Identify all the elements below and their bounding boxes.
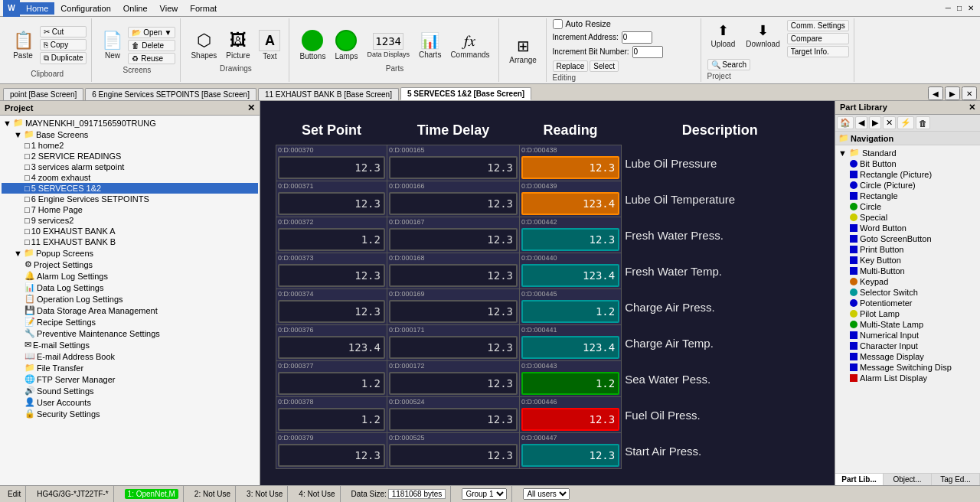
- lib-item-2[interactable]: Circle (Picture): [837, 180, 978, 191]
- tree-email-address[interactable]: 📖 E-mail Address Book: [2, 350, 258, 362]
- picture-button[interactable]: 🖼 Picture: [222, 28, 253, 62]
- left-panel-close[interactable]: ✕: [247, 103, 255, 113]
- set-point-cell-0[interactable]: 0:D:000370 12.3: [276, 145, 387, 181]
- reuse-button[interactable]: ♻ Reuse: [128, 53, 175, 64]
- tree-item-exhaust-a[interactable]: □ 10 EXHAUST BANK A: [2, 226, 258, 236]
- tree-user-accounts[interactable]: 👤 User Accounts: [2, 396, 258, 408]
- download-button[interactable]: ⬇ Download: [742, 20, 783, 57]
- time-delay-cell-3[interactable]: 0:D:000168 12.3: [387, 253, 519, 289]
- tab-object[interactable]: Object...: [884, 474, 932, 485]
- time-delay-cell-5[interactable]: 0:D:000171 12.3: [387, 325, 519, 361]
- data-displays-button[interactable]: 1234 Data Displays: [363, 31, 413, 60]
- tree-recipe-settings[interactable]: 📝 Recipe Settings: [2, 316, 258, 328]
- tree-operation-log[interactable]: 📋 Operation Log Settings: [2, 293, 258, 305]
- reading-cell-6[interactable]: 0:D:000443 1.2: [520, 361, 622, 397]
- time-delay-cell-6[interactable]: 0:D:000172 12.3: [387, 361, 519, 397]
- reading-cell-8[interactable]: 0:D:000447 12.3: [520, 433, 622, 469]
- lamps-button[interactable]: Lamps: [331, 28, 361, 63]
- compare-button[interactable]: Compare: [787, 33, 849, 44]
- tree-email-settings[interactable]: ✉ E-mail Settings: [2, 339, 258, 350]
- tab-part-lib[interactable]: Part Lib...: [835, 474, 884, 485]
- lib-folder-standard[interactable]: ▼ 📁 Standard: [837, 147, 978, 158]
- tab-tag-ed[interactable]: Tag Ed...: [932, 474, 980, 485]
- delete-button[interactable]: 🗑 Delete: [128, 40, 175, 51]
- reading-cell-0[interactable]: 0:D:000438 12.3: [520, 145, 622, 181]
- window-maximize[interactable]: □: [954, 2, 965, 14]
- lib-item-3[interactable]: Rectangle: [837, 191, 978, 201]
- tab-0[interactable]: point [Base Screen]: [3, 88, 83, 100]
- tree-item-serveces[interactable]: □ 5 SERVECES 1&2: [2, 183, 258, 194]
- lib-item-17[interactable]: Character Input: [837, 341, 978, 351]
- auto-resize-checkbox[interactable]: [553, 19, 563, 29]
- lib-item-0[interactable]: Bit Button: [837, 158, 978, 169]
- lib-item-7[interactable]: Goto ScreenButton: [837, 233, 978, 244]
- tab-3[interactable]: 5 SERVECES 1&2 [Base Screen]: [400, 87, 531, 100]
- tree-preventive[interactable]: 🔧 Preventive Maintenance Settings: [2, 328, 258, 339]
- buttons-button[interactable]: Buttons: [296, 28, 329, 63]
- tab-prev-button[interactable]: ◀: [928, 86, 943, 100]
- lib-item-15[interactable]: Multi-State Lamp: [837, 319, 978, 330]
- lib-home-button[interactable]: 🏠: [837, 116, 854, 129]
- tree-item-services2[interactable]: □ 9 services2: [2, 215, 258, 226]
- text-button[interactable]: A Text: [255, 28, 284, 63]
- comm-settings-button[interactable]: Comm. Settings: [787, 20, 849, 31]
- lib-item-10[interactable]: Multi-Button: [837, 266, 978, 276]
- tree-popup-screens[interactable]: ▼ 📁 Popup Screens: [2, 247, 258, 259]
- lib-item-16[interactable]: Numerical Input: [837, 330, 978, 341]
- shapes-button[interactable]: ⬡ Shapes: [187, 28, 220, 62]
- menu-view[interactable]: View: [154, 2, 185, 15]
- set-point-cell-6[interactable]: 0:D:000377 1.2: [276, 361, 387, 397]
- tab-1[interactable]: 6 Engine Services SETPOINTS [Base Screen…: [85, 88, 256, 100]
- set-point-cell-4[interactable]: 0:D:000374 12.3: [276, 289, 387, 325]
- cut-button[interactable]: ✂ Cut: [40, 26, 87, 37]
- lib-delete-button[interactable]: 🗑: [916, 116, 930, 129]
- lib-item-20[interactable]: Alarm List Display: [837, 373, 978, 383]
- lib-item-6[interactable]: Word Button: [837, 223, 978, 233]
- menu-configuration[interactable]: Configuration: [54, 2, 116, 15]
- lib-item-5[interactable]: Special: [837, 212, 978, 223]
- time-delay-cell-2[interactable]: 0:D:000167 12.3: [387, 217, 519, 253]
- tree-file-transfer[interactable]: 📁 File Transfer: [2, 362, 258, 373]
- target-info-button[interactable]: Target Info.: [787, 46, 849, 57]
- set-point-cell-3[interactable]: 0:D:000373 12.3: [276, 253, 387, 289]
- lib-item-18[interactable]: Message Display: [837, 351, 978, 362]
- reading-cell-2[interactable]: 0:D:000442 12.3: [520, 217, 622, 253]
- reading-cell-7[interactable]: 0:D:000446 12.3: [520, 397, 622, 433]
- tab-2[interactable]: 11 EXHAUST BANK B [Base Screen]: [258, 88, 399, 100]
- time-delay-cell-4[interactable]: 0:D:000169 12.3: [387, 289, 519, 325]
- time-delay-cell-8[interactable]: 0:D:000525 12.3: [387, 433, 519, 469]
- tree-item-zoom-exhaust[interactable]: □ 4 zoom exhaust: [2, 172, 258, 183]
- set-point-cell-2[interactable]: 0:D:000372 1.2: [276, 217, 387, 253]
- reading-cell-3[interactable]: 0:D:000440 123.4: [520, 253, 622, 289]
- time-delay-cell-0[interactable]: 0:D:000165 12.3: [387, 145, 519, 181]
- increment-address-input[interactable]: [622, 31, 652, 44]
- lib-item-4[interactable]: Circle: [837, 201, 978, 212]
- time-delay-cell-7[interactable]: 0:D:000524 12.3: [387, 397, 519, 433]
- lib-forward-button[interactable]: ▶: [869, 116, 881, 129]
- tree-security-settings[interactable]: 🔒 Security Settings: [2, 408, 258, 419]
- lib-item-9[interactable]: Key Button: [837, 255, 978, 266]
- lib-item-8[interactable]: Print Button: [837, 244, 978, 255]
- lib-item-19[interactable]: Message Switching Disp: [837, 362, 978, 373]
- set-point-cell-7[interactable]: 0:D:000378 1.2: [276, 397, 387, 433]
- tree-item-service-readings[interactable]: □ 2 SERVICE READINGS: [2, 151, 258, 161]
- window-minimize[interactable]: ─: [942, 2, 954, 14]
- tree-item-exhaust-b[interactable]: □ 11 EXHAUST BANK B: [2, 236, 258, 247]
- window-close[interactable]: ✕: [965, 2, 977, 14]
- search-button[interactable]: 🔍 Search: [707, 59, 750, 70]
- tree-ftp-server[interactable]: 🌐 FTP Server Manager: [2, 373, 258, 385]
- charts-button[interactable]: 📊 Charts: [415, 29, 445, 61]
- tree-alarm-log[interactable]: 🔔 Alarm Log Settings: [2, 270, 258, 282]
- set-point-cell-8[interactable]: 0:D:000379 12.3: [276, 433, 387, 469]
- lib-item-12[interactable]: Selector Switch: [837, 287, 978, 298]
- tab-next-button[interactable]: ▶: [945, 86, 960, 100]
- set-point-cell-5[interactable]: 0:D:000376 123.4: [276, 325, 387, 361]
- copy-button[interactable]: ⎘ Copy: [40, 39, 87, 51]
- commands-button[interactable]: 𝑓𝑥 Commands: [446, 30, 493, 61]
- lib-close-button[interactable]: ✕: [883, 116, 896, 129]
- tree-data-log[interactable]: 📊 Data Log Settings: [2, 282, 258, 293]
- lib-action-button[interactable]: ⚡: [897, 116, 914, 129]
- lib-item-11[interactable]: Keypad: [837, 276, 978, 287]
- reading-cell-1[interactable]: 0:D:000439 123.4: [520, 181, 622, 217]
- select-button[interactable]: Select: [590, 60, 619, 72]
